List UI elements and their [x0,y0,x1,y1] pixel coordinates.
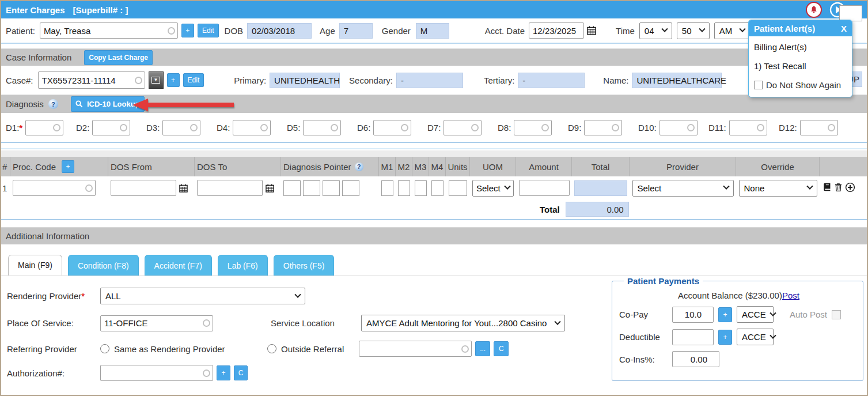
calendar-icon[interactable] [179,184,188,193]
lookup-circle-icon [461,345,469,353]
m2-input[interactable] [398,180,410,196]
lookup-circle-icon [331,124,338,131]
edit-patient-button[interactable]: Edit [198,24,219,37]
patient-alerts-title: Patient Alert(s) [754,24,815,33]
diag-pointer-2-input[interactable] [303,180,320,196]
add-patient-button[interactable]: + [181,24,194,37]
place-of-service-input[interactable] [100,315,213,331]
col-override: Override [736,157,820,176]
do-not-show-again-option[interactable]: Do Not Show Again [754,80,847,90]
title-bar: Enter Charges [Superbill# : ] [1,1,867,18]
amount-input[interactable] [519,180,570,196]
page-title: Enter Charges [6,5,65,15]
case-row: Case#: ▼ + Edit Primary: UNITEDHEALTH Se… [1,66,867,95]
col-proc-code: Proc. Code+ [10,157,108,176]
time-hour-select[interactable]: 04 [639,22,672,39]
case-dropdown-button[interactable]: ▼ [149,71,164,89]
chevron-down-icon [504,183,510,190]
calendar-icon[interactable] [587,26,596,35]
add-proc-button[interactable]: + [62,160,74,173]
authorization-clear-button[interactable]: C [234,365,248,380]
d2-label: D2: [76,123,89,133]
radio-icon[interactable] [100,344,109,353]
service-location-label: Service Location [271,318,335,328]
lookup-circle-icon [168,27,175,35]
provider-select[interactable]: Select [632,180,734,197]
alerts-bell-icon[interactable] [806,2,822,18]
time-ampm-select[interactable]: AM [714,22,750,39]
patient-input[interactable] [40,22,178,39]
rendering-provider-label: Rendering Provider* [1,291,100,301]
copay-add-button[interactable]: + [718,307,732,322]
coins-label: Co-Ins%: [619,354,672,364]
do-not-show-again-checkbox[interactable] [754,81,763,89]
patient-payments-title: Patient Payments [624,276,703,286]
m3-input[interactable] [415,180,427,196]
chevron-down-icon [294,291,301,297]
copy-last-charge-button[interactable]: Copy Last Charge [84,50,153,65]
deductible-input[interactable] [672,329,714,345]
acct-date-input[interactable] [529,22,584,39]
payer-name-field: UNITEDHEALTHCARE [632,73,722,88]
edit-case-button[interactable]: Edit [183,73,204,87]
diag-pointer-3-input[interactable] [323,180,340,196]
outside-referral-option[interactable]: Outside Referral [267,344,344,354]
lookup-circle-icon [401,124,408,131]
close-icon[interactable]: X [841,24,847,33]
dos-to-input[interactable] [197,180,263,196]
calendar-icon[interactable] [266,184,274,193]
time-minute-select[interactable]: 50 [677,22,710,39]
d3-label: D3: [146,123,160,133]
tab-main[interactable]: Main (F9) [8,255,62,276]
radio-icon[interactable] [267,344,276,353]
case-number-input[interactable] [38,71,145,89]
m1-input[interactable] [381,180,393,196]
referral-browse-button[interactable]: ... [475,341,490,356]
units-input[interactable] [449,180,467,196]
deductible-add-button[interactable]: + [718,330,732,345]
authorization-add-button[interactable]: + [217,365,230,380]
lookup-circle-icon [85,184,93,192]
delete-icon[interactable] [833,182,843,194]
chevron-down-icon [770,310,776,316]
charges-total-row: Total 0.00 [1,199,867,219]
tab-others[interactable]: Others (F5) [274,255,335,276]
referral-clear-button[interactable]: C [494,341,509,356]
psts-input[interactable] [839,5,862,21]
lookup-circle-icon [120,124,127,131]
override-select[interactable]: None [739,180,817,197]
chevron-down-icon [770,332,776,338]
help-icon[interactable]: ? [48,99,58,109]
post-link[interactable]: Post [782,291,799,300]
auto-post-checkbox[interactable] [832,310,841,319]
tabs: Main (F9) Condition (F8) Accident (F7) L… [1,244,867,276]
dob-label: DOB [225,26,244,36]
tab-accident[interactable]: Accident (F7) [145,255,212,276]
rendering-provider-select[interactable]: ALL [100,288,305,304]
acct-date-label: Acct. Date [485,26,525,36]
deductible-account-select[interactable]: ACCE [737,329,774,345]
authorization-input[interactable] [100,365,213,381]
col-dos-to: DOS To [195,157,281,176]
deductible-label: Deductible [619,332,672,342]
coins-input[interactable] [672,351,719,367]
uom-select[interactable]: Select [472,180,514,197]
tab-condition[interactable]: Condition (F8) [68,255,139,276]
col-m4: M4 [429,157,446,176]
same-as-rendering-option[interactable]: Same as Rendering Provider [100,344,267,354]
proc-code-input[interactable] [13,180,96,196]
diag-pointer-1-input[interactable] [283,180,301,196]
dos-from-input[interactable] [111,180,176,196]
add-row-icon[interactable] [845,182,855,194]
m4-input[interactable] [431,180,444,196]
copay-account-select[interactable]: ACCE [737,306,774,323]
help-icon[interactable]: ? [355,163,363,171]
diag-pointer-4-input[interactable] [342,180,359,196]
add-case-button[interactable]: + [167,73,180,87]
copay-input[interactable] [672,307,714,323]
service-location-select[interactable]: AMYCE Adult Mentoring for Yout...2800 Ca… [361,315,565,331]
lookup-circle-icon [612,124,619,131]
outside-referral-input[interactable] [359,341,472,357]
notes-icon[interactable] [822,182,832,194]
tab-lab[interactable]: Lab (F6) [218,255,268,276]
